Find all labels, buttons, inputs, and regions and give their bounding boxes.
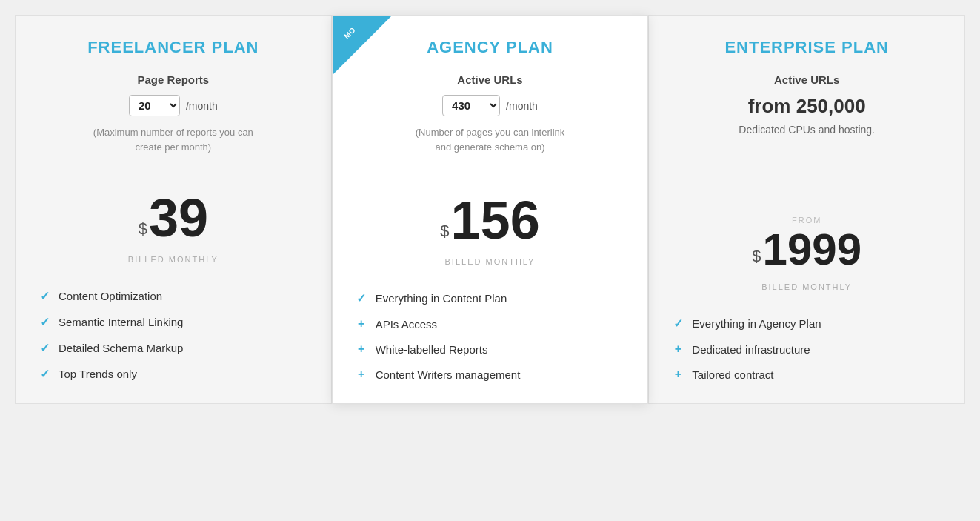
agency-urls-select[interactable]: 100 200 430 500 (442, 95, 500, 116)
agency-price-row: $ 156 (440, 193, 539, 247)
check-icon-3: ✓ (38, 341, 51, 355)
enterprise-feature-2: + Dedicated infrastructure (671, 342, 942, 356)
freelancer-plan-title: FREELANCER PLAN (87, 38, 259, 57)
plus-icon-agency-3: + (355, 368, 368, 381)
enterprise-plan-card: ENTERPRISE PLAN Active URLs from 250,000… (648, 15, 965, 404)
plus-icon-agency-1: + (355, 317, 368, 331)
freelancer-pages-select[interactable]: 10 20 30 50 (129, 95, 180, 116)
most-popular-ribbon: MO (333, 16, 392, 75)
ribbon-text: MO (333, 16, 371, 54)
enterprise-features-list: ✓ Everything in Agency Plan + Dedicated … (671, 316, 942, 381)
agency-feature-3: + White-labelled Reports (355, 342, 626, 356)
agency-dollar-sign: $ (440, 222, 449, 241)
agency-feature-2: + APIs Access (355, 317, 626, 331)
pricing-container: FREELANCER PLAN Page Reports 10 20 30 50… (15, 15, 965, 404)
freelancer-price-row: $ 39 (139, 191, 208, 245)
agency-feature-2-text: APIs Access (376, 318, 437, 331)
agency-feature-1-text: Everything in Content Plan (376, 292, 507, 305)
agency-price-amount: 156 (451, 193, 540, 247)
enterprise-feature-1-text: Everything in Agency Plan (692, 317, 821, 330)
enterprise-feature-2-text: Dedicated infrastructure (692, 343, 810, 356)
agency-per-month: /month (506, 100, 538, 112)
freelancer-select-row: 10 20 30 50 /month (129, 95, 218, 116)
freelancer-feature-2-text: Semantic Internal Linking (59, 316, 183, 328)
agency-features-list: ✓ Everything in Content Plan + APIs Acce… (355, 291, 626, 381)
enterprise-feature-1: ✓ Everything in Agency Plan (671, 316, 942, 331)
agency-price-section: $ 156 (440, 193, 539, 247)
agency-note: (Number of pages you can interlink and g… (409, 125, 572, 154)
freelancer-dollar-sign: $ (139, 219, 147, 239)
freelancer-feature-4: ✓ Top Trends only (38, 367, 309, 381)
agency-metric-label: Active URLs (457, 73, 522, 86)
enterprise-metric-label: Active URLs (774, 73, 839, 86)
check-icon-enterprise-1: ✓ (671, 316, 684, 331)
agency-feature-3-text: White-labelled Reports (376, 343, 488, 356)
agency-billed-label: BILLED MONTHLY (445, 257, 536, 266)
agency-plan-card: MO AGENCY PLAN Active URLs 100 200 430 5… (332, 15, 649, 404)
freelancer-feature-3: ✓ Detailed Schema Markup (38, 341, 309, 355)
check-icon-4: ✓ (38, 367, 51, 381)
enterprise-feature-3-text: Tailored contract (692, 368, 773, 381)
agency-feature-4-text: Content Writers management (376, 368, 521, 381)
freelancer-feature-4-text: Top Trends only (59, 368, 137, 380)
agency-feature-4: + Content Writers management (355, 368, 626, 381)
freelancer-metric-label: Page Reports (137, 73, 209, 86)
agency-feature-1: ✓ Everything in Content Plan (355, 291, 626, 305)
plus-icon-enterprise-1: + (671, 342, 684, 356)
enterprise-plan-title: ENTERPRISE PLAN (724, 38, 889, 57)
freelancer-feature-1-text: Content Optimization (59, 290, 162, 302)
enterprise-from-text: from 250,000 (748, 95, 866, 118)
freelancer-price-section: $ 39 (139, 191, 208, 245)
freelancer-feature-2: ✓ Semantic Internal Linking (38, 315, 309, 329)
freelancer-feature-3-text: Detailed Schema Markup (59, 342, 183, 354)
enterprise-price-section: FROM $ 1999 (752, 216, 861, 272)
freelancer-billed-label: BILLED MONTHLY (128, 255, 219, 264)
freelancer-features-list: ✓ Content Optimization ✓ Semantic Intern… (38, 289, 309, 381)
enterprise-feature-3: + Tailored contract (671, 368, 942, 381)
enterprise-dollar-sign: $ (752, 247, 761, 266)
freelancer-plan-card: FREELANCER PLAN Page Reports 10 20 30 50… (15, 15, 332, 404)
enterprise-price-row: $ 1999 (752, 228, 861, 272)
agency-plan-title: AGENCY PLAN (427, 38, 553, 57)
check-icon-agency-1: ✓ (355, 291, 368, 305)
plus-icon-agency-2: + (355, 342, 368, 356)
check-icon-1: ✓ (38, 289, 51, 303)
agency-select-row: 100 200 430 500 /month (442, 95, 538, 116)
freelancer-per-month: /month (186, 100, 218, 112)
plus-icon-enterprise-2: + (671, 368, 684, 381)
enterprise-from-label: FROM (792, 216, 821, 225)
enterprise-price-amount: 1999 (763, 228, 861, 272)
freelancer-note: (Maximum number of reports you can creat… (92, 125, 255, 154)
check-icon-2: ✓ (38, 315, 51, 329)
enterprise-billed-label: BILLED MONTHLY (761, 282, 852, 291)
freelancer-price-amount: 39 (149, 191, 208, 245)
enterprise-note: Dedicated CPUs and hosting. (739, 124, 875, 136)
freelancer-feature-1: ✓ Content Optimization (38, 289, 309, 303)
